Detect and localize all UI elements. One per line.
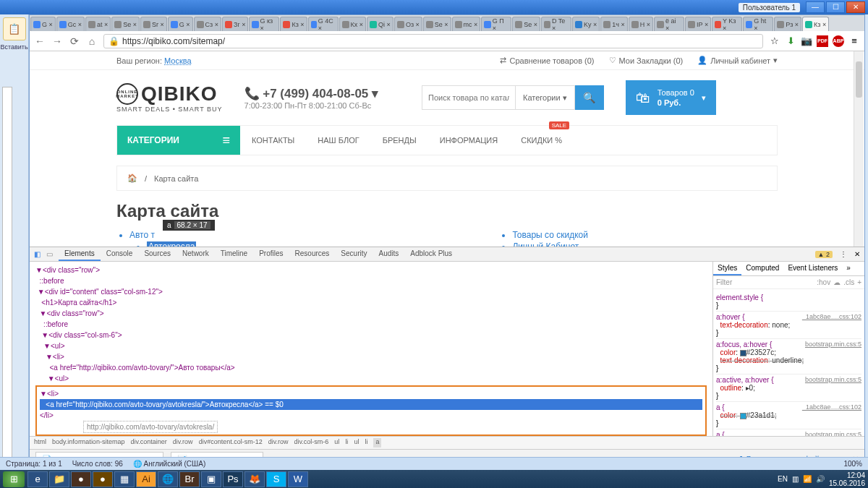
devtools-tab[interactable]: Adblock Plus (404, 247, 458, 261)
taskbar-explorer-icon[interactable]: 📁 (49, 471, 69, 487)
devtools-crumb[interactable]: div.row (268, 438, 289, 448)
browser-tab[interactable]: G кз × (249, 17, 279, 31)
browser-tab[interactable]: G × (30, 17, 56, 31)
window-maximize-button[interactable]: ☐ (826, 1, 845, 13)
cart-button[interactable]: 🛍 Товаров 0 0 Руб. ▾ (626, 80, 716, 115)
devtools-tab[interactable]: Audits (373, 247, 404, 261)
home-button[interactable]: ⌂ (86, 35, 98, 47)
taskbar-app-icon[interactable]: ● (93, 471, 113, 487)
screenshot-ext-icon[interactable]: 📷 (801, 35, 812, 47)
word-zoom[interactable]: 100% (843, 460, 862, 468)
devtools-tab[interactable]: Resources (289, 247, 336, 261)
devtools-warnings-badge[interactable]: ▲ 2 (815, 251, 833, 258)
browser-tab[interactable]: Кз × (280, 17, 307, 31)
styles-tabs-more[interactable]: » (842, 262, 855, 275)
reload-button[interactable]: ⟳ (69, 35, 80, 47)
search-button[interactable]: 🔍 (575, 85, 604, 110)
browser-tab[interactable]: Cз × (194, 17, 221, 31)
url-field[interactable]: 🔒 https://qibiko.com/sitemap/ (103, 34, 763, 48)
devtools-device-icon[interactable]: ▭ (46, 250, 53, 258)
compare-link[interactable]: ⇄ Сравнение товаров (0) (500, 56, 594, 65)
browser-tab[interactable]: H × (629, 17, 653, 31)
browser-tab[interactable]: Se × (111, 17, 140, 31)
devtools-tab[interactable]: Sources (138, 247, 176, 261)
download-ext-icon[interactable]: ⬇ (785, 35, 796, 47)
browser-tab[interactable]: Кх × (339, 17, 367, 31)
browser-tab[interactable]: G 4C × (308, 17, 339, 31)
sitemap-link[interactable]: Товары со скидкой (512, 230, 633, 240)
site-logo[interactable]: ONLINE MARKET QIBIKO SMART DEALS • SMART… (116, 82, 223, 113)
styles-tab[interactable]: Computed (741, 262, 783, 275)
nav-item[interactable]: КОНТАКТЫ (240, 126, 306, 155)
start-button[interactable]: ⊞ (3, 471, 25, 487)
search-input[interactable] (422, 85, 516, 110)
browser-tab[interactable]: Зг × (222, 17, 248, 31)
tray-clock[interactable]: 12:04 15.06.2016 (829, 471, 865, 487)
taskbar-app-icon[interactable]: ● (71, 471, 91, 487)
browser-tab[interactable]: G × (168, 17, 193, 31)
nav-item[interactable]: ИНФОРМАЦИЯ (428, 126, 509, 155)
browser-tab[interactable]: Se × (512, 17, 540, 31)
devtools-breadcrumbs[interactable]: htmlbody.information-sitemapdiv.containe… (30, 436, 864, 449)
nav-item[interactable]: СКИДКИ %SALE (509, 126, 574, 155)
devtools-crumb[interactable]: li (345, 438, 348, 448)
devtools-inspect-icon[interactable]: ◧ (34, 250, 41, 258)
devtools-crumb[interactable]: html (34, 438, 46, 448)
taskbar-photoshop-icon[interactable]: Ps (223, 471, 243, 487)
browser-tab[interactable]: 1ч × (600, 17, 627, 31)
browser-tab[interactable]: Gc × (56, 17, 85, 31)
styles-tab[interactable]: Event Listeners (783, 262, 842, 275)
browser-tab[interactable]: Y Kз × (712, 17, 742, 31)
tray-network-icon[interactable]: 📶 (803, 475, 812, 483)
chrome-menu-icon[interactable]: ≡ (848, 35, 860, 47)
taskbar-firefox-icon[interactable]: 🦊 (244, 471, 265, 487)
devtools-tab[interactable]: Security (335, 247, 373, 261)
browser-tab[interactable]: D Te × (541, 17, 571, 31)
devtools-crumb[interactable]: ul (334, 438, 339, 448)
browser-tab[interactable]: Se × (423, 17, 451, 31)
browser-tab[interactable]: Кз × (802, 17, 829, 31)
browser-tab[interactable]: G П × (481, 17, 511, 31)
browser-tab[interactable]: ё аi × (654, 17, 684, 31)
devtools-tab[interactable]: Console (101, 247, 139, 261)
search-category-dropdown[interactable]: Категории ▾ (516, 85, 575, 110)
hov-toggle[interactable]: :hov (817, 278, 830, 286)
browser-tab[interactable]: Qi × (367, 17, 393, 31)
paste-button[interactable]: 📋 (3, 17, 26, 40)
taskbar-totalcmd-icon[interactable]: ▦ (114, 471, 135, 487)
nav-item[interactable]: НАШ БЛОГ (306, 126, 370, 155)
bookmarks-link[interactable]: ♡ Мои Закладки (0) (609, 56, 684, 65)
bookmark-star-icon[interactable]: ☆ (769, 35, 780, 47)
taskbar-word-icon[interactable]: W (288, 471, 308, 487)
tray-sound-icon[interactable]: 🔊 (816, 475, 825, 483)
browser-tab[interactable]: mc × (452, 17, 481, 31)
devtools-crumb[interactable]: div.col-sm-6 (294, 438, 329, 448)
browser-tab[interactable]: G ht × (743, 17, 773, 31)
devtools-crumb[interactable]: ul (354, 438, 359, 448)
devtools-tab[interactable]: Timeline (215, 247, 253, 261)
devtools-crumb[interactable]: div#content.col-sm-12 (199, 438, 263, 448)
sitemap-link[interactable]: Авто т (129, 230, 268, 240)
browser-tab[interactable]: Ky × (572, 17, 600, 31)
taskbar-illustrator-icon[interactable]: Ai (136, 471, 156, 487)
word-lang-status[interactable]: 🌐 Английский (США) (133, 460, 205, 468)
devtools-settings-icon[interactable]: ⋮ (840, 250, 847, 258)
region-city-link[interactable]: Москва (164, 56, 192, 65)
forward-button[interactable]: → (51, 35, 63, 47)
taskbar-app-icon[interactable]: ▣ (201, 471, 221, 487)
devtools-tab[interactable]: Elements (59, 247, 101, 261)
window-minimize-button[interactable]: — (806, 1, 825, 13)
devtools-close-icon[interactable]: ✕ (854, 250, 860, 258)
styles-filter-input[interactable]: Filter (716, 278, 732, 286)
browser-tab[interactable]: Pз × (774, 17, 801, 31)
window-close-button[interactable]: ✕ (846, 1, 865, 13)
nav-item[interactable]: БРЕНДЫ (371, 126, 428, 155)
adblock-ext-icon[interactable]: ABP (833, 35, 844, 47)
breadcrumb-home-icon[interactable]: 🏠 (127, 174, 137, 183)
cls-toggle[interactable]: .cls (843, 278, 854, 286)
account-link[interactable]: 👤 Личный кабинет ▾ (697, 56, 778, 65)
taskbar-ie-icon[interactable]: e (27, 471, 48, 487)
styles-tab[interactable]: Styles (713, 262, 741, 275)
categories-button[interactable]: КАТЕГОРИИ (117, 126, 240, 155)
taskbar-chrome-icon[interactable]: 🌐 (158, 471, 178, 487)
